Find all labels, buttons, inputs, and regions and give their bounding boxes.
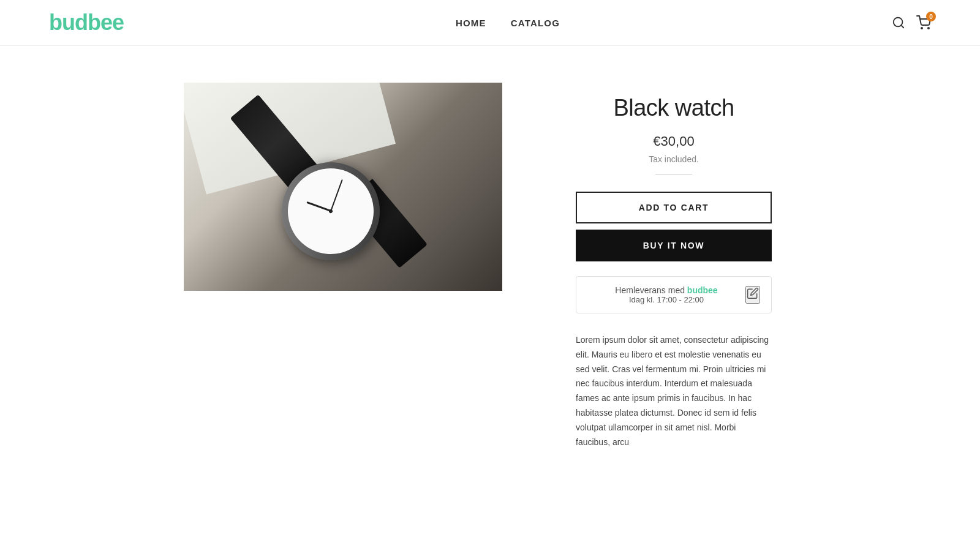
delivery-prefix-text: Hemleverans med budbee — [587, 285, 745, 295]
delivery-edit-button[interactable] — [745, 286, 760, 304]
product-image — [184, 83, 502, 291]
product-title: Black watch — [613, 95, 734, 121]
delivery-time: Idag kl. 17:00 - 22:00 — [587, 295, 745, 304]
search-button[interactable] — [892, 16, 905, 29]
search-icon — [892, 16, 905, 29]
logo[interactable]: budbee — [49, 10, 124, 36]
nav-catalog[interactable]: CATALOG — [511, 18, 560, 28]
minute-hand — [330, 179, 343, 211]
divider — [655, 174, 692, 174]
edit-icon — [747, 287, 759, 299]
center-dot — [328, 209, 333, 214]
delivery-widget: Hemleverans med budbee Idag kl. 17:00 - … — [576, 276, 772, 313]
product-price: €30,00 — [653, 133, 694, 149]
product-description: Lorem ipsum dolor sit amet, consectetur … — [576, 333, 772, 449]
tax-info: Tax included. — [649, 154, 699, 164]
nav-icons: 0 — [892, 15, 931, 30]
cart-badge: 0 — [926, 12, 936, 21]
buy-it-now-button[interactable]: BUY IT NOW — [576, 230, 772, 261]
product-page: Black watch €30,00 Tax included. ADD TO … — [0, 46, 980, 486]
svg-point-3 — [928, 28, 929, 29]
delivery-brand: budbee — [687, 285, 718, 295]
hour-hand — [306, 201, 331, 212]
watch-scene — [184, 83, 502, 291]
add-to-cart-button[interactable]: ADD TO CART — [576, 192, 772, 223]
svg-point-2 — [921, 28, 922, 29]
header: budbee HOME CATALOG 0 — [0, 0, 980, 46]
delivery-info: Hemleverans med budbee Idag kl. 17:00 - … — [587, 285, 745, 304]
cart-button[interactable]: 0 — [916, 15, 931, 30]
delivery-prefix: Hemleverans med — [615, 285, 687, 295]
nav: HOME CATALOG — [456, 18, 560, 28]
svg-line-1 — [901, 25, 903, 28]
product-image-container — [184, 83, 502, 291]
product-info: Black watch €30,00 Tax included. ADD TO … — [551, 83, 796, 449]
nav-home[interactable]: HOME — [456, 18, 486, 28]
